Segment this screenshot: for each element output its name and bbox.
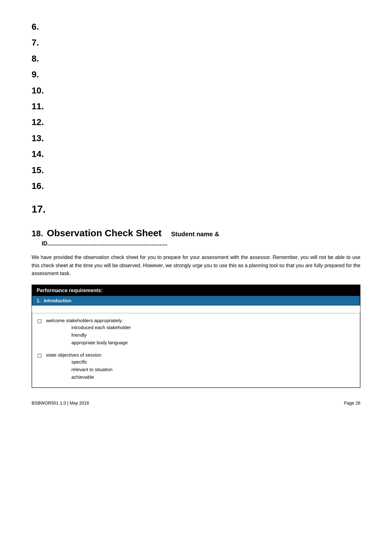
section-18-id-line: ID......................................…	[42, 240, 360, 247]
checklist-item-2: ☐ state objectives of session specific r…	[37, 352, 355, 381]
introduction-label: Introduction	[44, 298, 71, 303]
checkbox-2: ☐	[37, 353, 42, 359]
footer: BSBWOR501 1.0 | May 2016 Page 26	[32, 397, 360, 406]
list-item-9: 9.	[32, 67, 360, 82]
checklist-item-1-subitems: introduced each stakeholder friendly app…	[71, 324, 131, 346]
list-item-8: 8.	[32, 51, 360, 67]
list-item-10: 10.	[32, 83, 360, 99]
section-18-header: 18. Observation Check Sheet Student name…	[32, 228, 360, 238]
list-item-12: 12.	[32, 114, 360, 130]
introduction-cell: 1. Introduction	[32, 296, 360, 305]
list-item-17: 17.	[32, 203, 360, 215]
numbered-list-6-16: 6. 7. 8. 9. 10. 11. 12. 13. 14. 15. 16.	[32, 19, 360, 194]
performance-table: Performance requirements: 1. Introductio…	[32, 285, 360, 305]
section-18-description: We have provided the observation check s…	[32, 253, 360, 278]
checklist-sub-item-2-2: relevant to situation	[71, 366, 112, 373]
checklist-section: ☐ welcome stakeholders appropriately: in…	[32, 313, 360, 388]
footer-left: BSBWOR501 1.0 | May 2016	[32, 400, 89, 406]
introduction-row: 1. Introduction	[32, 296, 360, 305]
list-item-15: 15.	[32, 162, 360, 178]
checkbox-1: ☐	[37, 318, 42, 324]
checklist-item-2-content: state objectives of session specific rel…	[46, 352, 112, 381]
footer-right: Page 26	[344, 400, 360, 406]
checklist-item-1-main: welcome stakeholders appropriately:	[46, 318, 131, 323]
list-item-14: 14.	[32, 146, 360, 162]
introduction-number: 1.	[37, 298, 41, 303]
section-18-student-label: Student name &	[171, 231, 219, 238]
performance-requirements-table: Performance requirements: 1. Introductio…	[32, 285, 360, 388]
checklist-item-2-main: state objectives of session	[46, 352, 112, 358]
list-item-13: 13.	[32, 130, 360, 146]
checklist-sub-item-1-2: friendly	[71, 331, 131, 339]
list-item-16: 16.	[32, 178, 360, 194]
checklist-item-1-content: welcome stakeholders appropriately: intr…	[46, 318, 131, 346]
list-item-11: 11.	[32, 99, 360, 114]
section-18-number: 18.	[32, 229, 43, 238]
list-item-6: 6.	[32, 19, 360, 35]
checklist-sub-item-1-3: appropriate body language	[71, 339, 131, 346]
checklist-sub-item-2-3: achievable	[71, 373, 112, 381]
checklist-item-2-subitems: specific relevant to situation achievabl…	[71, 358, 112, 381]
checklist-item-1: ☐ welcome stakeholders appropriately: in…	[37, 318, 355, 346]
section-18-title: Observation Check Sheet	[47, 228, 161, 238]
list-item-7: 7.	[32, 35, 360, 51]
checklist-sub-item-1-1: introduced each stakeholder	[71, 324, 131, 331]
performance-header-cell: Performance requirements:	[32, 285, 360, 296]
performance-header-row: Performance requirements:	[32, 285, 360, 296]
checklist-sub-item-2-1: specific	[71, 358, 112, 366]
